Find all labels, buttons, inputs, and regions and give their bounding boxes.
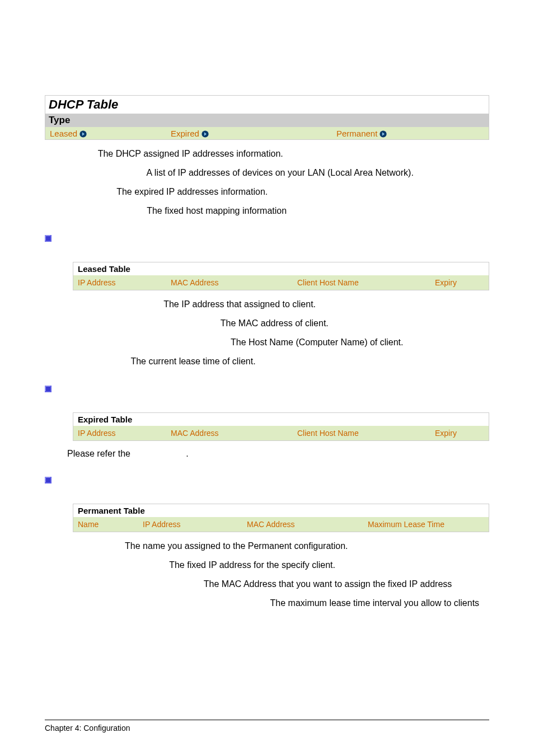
- permanent-col-ip: IP Address: [138, 517, 242, 532]
- leased-expiry-term: Expiry:: [98, 356, 128, 366]
- leased-host-text: The Host Name (Computer Name) of client.: [228, 337, 404, 347]
- section-heading-expired-text: Expired Table: [57, 383, 119, 395]
- permanent-text: The fixed host mapping information: [144, 206, 287, 215]
- leased-table-title: Leased Table: [73, 262, 489, 275]
- expired-col-mac: MAC Address: [166, 426, 293, 440]
- go-icon: [202, 130, 209, 137]
- permanent-col-mac: MAC Address: [242, 517, 363, 532]
- ip-text: A list of IP addresses of devices on you…: [144, 168, 414, 177]
- type-option-leased-label: Leased: [50, 129, 77, 138]
- type-option-permanent[interactable]: Permanent: [332, 129, 489, 138]
- refer-line: Please refer the Leased Table.: [67, 449, 489, 459]
- permanent-col-name: Name: [73, 517, 138, 532]
- section-heading-permanent: Permanent Table: [45, 475, 489, 486]
- page-footer: Chapter 4: Configuration 52: [45, 720, 489, 732]
- expired-col-expiry: Expiry: [430, 426, 489, 440]
- dhcp-title-row: DHCP Table: [45, 96, 489, 114]
- refer-prefix: Please refer the: [67, 449, 133, 458]
- refer-period: .: [186, 449, 188, 458]
- dhcp-table-box: DHCP Table Type Leased Expired Permanent: [45, 95, 489, 140]
- leased-term: Leased:: [62, 149, 95, 158]
- permanent-col-lease: Maximum Lease Time: [363, 517, 489, 532]
- perm-ip-text: The fixed IP address for the specify cli…: [167, 560, 335, 570]
- perm-lease-text: The maximum lease time interval you allo…: [268, 598, 479, 608]
- section-heading-leased: Leased Table: [45, 233, 489, 244]
- perm-mac-term: MAC Address:: [140, 579, 202, 589]
- permanent-table-box: Permanent Table Name IP Address MAC Addr…: [73, 504, 489, 532]
- leased-ip-text: The IP address that assigned to client.: [161, 299, 316, 309]
- type-option-expired[interactable]: Expired: [166, 129, 332, 138]
- leased-host-term: Client Host Name:: [151, 337, 228, 347]
- ip-term: IP Address:: [95, 168, 144, 177]
- leased-mac-term: MAC Address:: [157, 318, 218, 328]
- leased-desc-block: IP Address: The IP address that assigned…: [45, 299, 489, 367]
- leased-text: The DHCP assigned IP addresses informati…: [95, 149, 283, 158]
- expired-table-box: Expired Table IP Address MAC Address Cli…: [73, 412, 489, 441]
- leased-expiry-text: The current lease time of client.: [128, 356, 255, 366]
- permanent-table-header-row: Name IP Address MAC Address Maximum Leas…: [73, 517, 489, 532]
- expired-table-title: Expired Table: [73, 413, 489, 426]
- refer-hidden: Leased Table: [133, 449, 186, 458]
- leased-mac-text: The MAC address of client.: [218, 318, 329, 328]
- go-icon: [79, 130, 87, 137]
- perm-lease-term: Maximum Lease Time:: [172, 598, 268, 608]
- perm-ip-term: IP Address:: [118, 560, 167, 570]
- section-heading-expired: Expired Table: [45, 383, 489, 395]
- expired-col-ip: IP Address: [73, 426, 166, 440]
- permanent-term: Permanent:: [95, 206, 144, 215]
- leased-table-box: Leased Table IP Address MAC Address Clie…: [73, 262, 489, 290]
- perm-name-text: The name you assigned to the Permanent c…: [123, 541, 348, 551]
- leased-col-host: Client Host Name: [293, 275, 430, 290]
- bullet-icon: [45, 386, 51, 392]
- expired-text: The expired IP addresses information.: [114, 187, 268, 196]
- leased-table-header-row: IP Address MAC Address Client Host Name …: [73, 275, 489, 290]
- dhcp-title: DHCP Table: [49, 97, 118, 111]
- leased-col-mac: MAC Address: [166, 275, 293, 290]
- perm-mac-text: The MAC Address that you want to assign …: [202, 579, 452, 589]
- dhcp-desc-block: Leased: The DHCP assigned IP addresses i…: [45, 149, 489, 216]
- type-option-permanent-label: Permanent: [336, 129, 377, 138]
- footer-left: Chapter 4: Configuration: [45, 724, 130, 732]
- section-heading-permanent-text: Permanent Table: [57, 475, 133, 486]
- bullet-icon: [45, 235, 51, 242]
- permanent-table-title: Permanent Table: [73, 504, 489, 517]
- footer-right: 52: [480, 724, 489, 732]
- expired-table-header-row: IP Address MAC Address Client Host Name …: [73, 426, 489, 440]
- type-option-expired-label: Expired: [171, 129, 199, 138]
- leased-col-expiry: Expiry: [430, 275, 489, 290]
- expired-term: Expired:: [78, 187, 114, 196]
- section-heading-leased-text: Leased Table: [57, 233, 117, 244]
- leased-ip-term: IP Address:: [112, 299, 161, 309]
- go-icon: [380, 130, 387, 137]
- type-option-leased[interactable]: Leased: [45, 129, 166, 138]
- permanent-desc-block: Name: The name you assigned to the Perma…: [45, 541, 489, 608]
- dhcp-type-options: Leased Expired Permanent: [45, 127, 489, 139]
- perm-name-term: Name:: [95, 541, 123, 551]
- expired-col-host: Client Host Name: [293, 426, 430, 440]
- bullet-icon: [45, 477, 51, 483]
- dhcp-type-label: Type: [45, 114, 489, 127]
- leased-col-ip: IP Address: [73, 275, 166, 290]
